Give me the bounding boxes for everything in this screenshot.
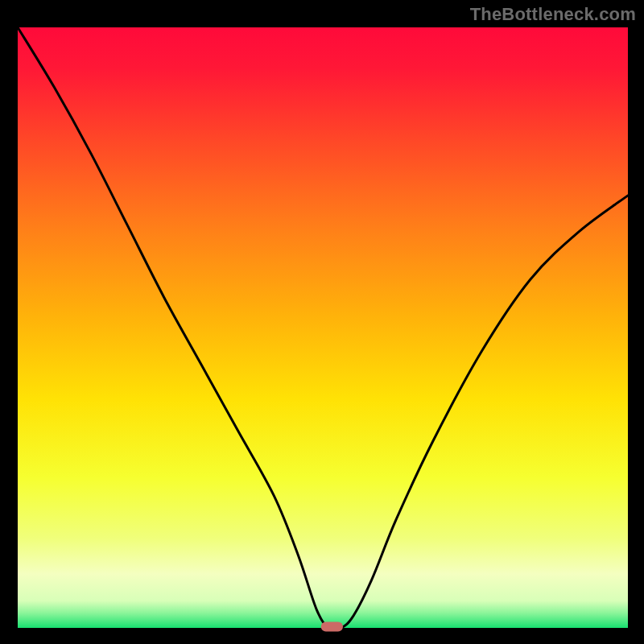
watermark-text: TheBottleneck.com [470,4,636,25]
plot-area [18,27,628,628]
optimal-point-marker [321,622,343,632]
chart-stage: TheBottleneck.com [0,0,644,644]
bottleneck-chart [0,0,644,644]
